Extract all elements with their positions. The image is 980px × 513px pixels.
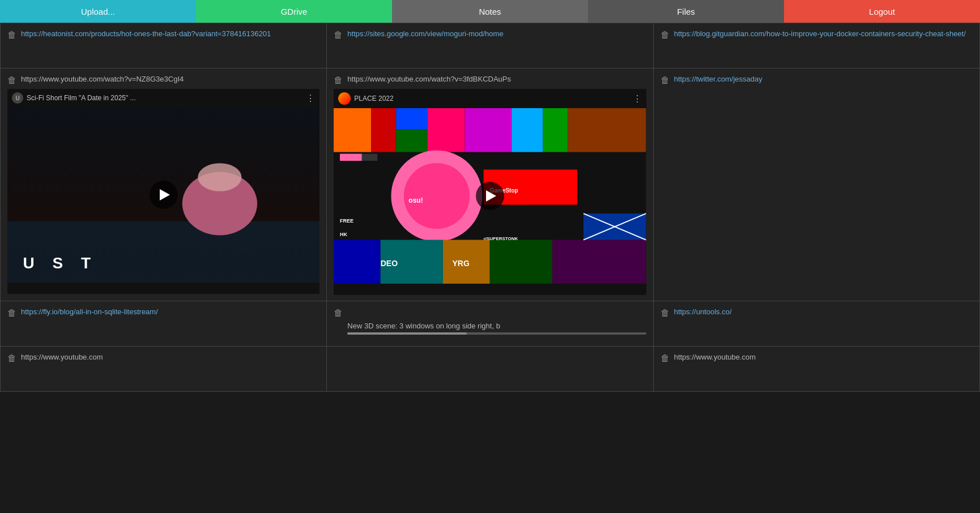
link-7[interactable]: https://fly.io/blog/all-in-on-sqlite-lit… <box>21 307 158 317</box>
cell-5-header: 🗑 https://www.youtube.com/watch?v=3fdBKC… <box>334 74 646 86</box>
cell-10-header: 🗑 https://www.youtube.com <box>7 352 319 364</box>
svg-rect-7 <box>371 108 396 152</box>
url-text-12: https://www.youtube.com <box>674 352 756 362</box>
svg-text:FREE: FREE <box>340 218 353 224</box>
video-url-5: https://www.youtube.com/watch?v=3fdBKCDA… <box>347 74 511 84</box>
grid-cell-10: 🗑 https://www.youtube.com <box>1 347 327 392</box>
upload-button[interactable]: Upload... <box>0 0 196 23</box>
svg-rect-6 <box>334 108 371 152</box>
video-title-scifi: Sci-Fi Short Film "A Date in 2025" ... <box>27 94 136 102</box>
grid-cell-5: 🗑 https://www.youtube.com/watch?v=3fdBKC… <box>327 69 653 301</box>
delete-icon-7[interactable]: 🗑 <box>7 308 16 318</box>
svg-point-3 <box>198 163 241 191</box>
grid-cell-3: 🗑 https://blog.gitguardian.com/how-to-im… <box>654 23 980 69</box>
svg-rect-10 <box>428 108 465 152</box>
grid-cell-7: 🗑 https://fly.io/blog/all-in-on-sqlite-l… <box>1 301 327 347</box>
video-url-4: https://www.youtube.com/watch?v=NZ8G3e3C… <box>21 74 184 84</box>
cell-8-header: 🗑 <box>334 307 646 318</box>
svg-rect-23 <box>490 240 552 284</box>
grid-cell-11 <box>327 347 653 392</box>
svg-text:U S T: U S T <box>23 254 98 272</box>
channel-icon-place <box>338 92 351 105</box>
play-triangle-place <box>486 190 496 202</box>
cell-12-header: 🗑 https://www.youtube.com <box>661 352 973 364</box>
svg-text:osu!: osu! <box>409 196 423 204</box>
delete-icon-1[interactable]: 🗑 <box>7 30 16 40</box>
channel-icon-scifi: U <box>12 92 23 104</box>
cell-6-header: 🗑 https://twitter.com/jessaday <box>661 74 973 86</box>
video-bottom-bar-place <box>334 284 646 295</box>
link-2[interactable]: https://sites.google.com/view/moguri-mod… <box>347 29 503 39</box>
progress-bar-8 <box>347 332 646 335</box>
video-title-place: PLACE 2022 <box>354 95 393 102</box>
grid-cell-2: 🗑 https://sites.google.com/view/moguri-m… <box>327 23 653 69</box>
svg-rect-34 <box>340 154 362 161</box>
video-embed-place: PLACE 2022 ⋮ <box>334 89 646 295</box>
svg-rect-11 <box>465 108 512 152</box>
video-bottom-bar-scifi <box>7 283 319 294</box>
video-embed-scifi: U Sci-Fi Short Film "A Date in 2025" ...… <box>7 89 319 294</box>
url-text-10: https://www.youtube.com <box>21 352 103 362</box>
video-title-area-scifi: U Sci-Fi Short Film "A Date in 2025" ... <box>12 92 136 104</box>
cell-7-header: 🗑 https://fly.io/blog/all-in-on-sqlite-l… <box>7 307 319 318</box>
svg-rect-9 <box>397 129 428 152</box>
link-9[interactable]: https://untools.co/ <box>674 307 732 317</box>
files-button[interactable]: Files <box>588 0 784 23</box>
video-options-scifi[interactable]: ⋮ <box>306 93 315 104</box>
video-header-scifi: U Sci-Fi Short Film "A Date in 2025" ...… <box>7 89 319 107</box>
notes-button[interactable]: Notes <box>392 0 588 23</box>
progress-bar-container-8 <box>334 332 646 335</box>
video-options-place[interactable]: ⋮ <box>633 93 642 104</box>
play-button-place[interactable] <box>476 182 504 210</box>
delete-icon-9[interactable]: 🗑 <box>661 308 670 318</box>
svg-text:DEO: DEO <box>381 259 398 268</box>
progress-bar-fill-8 <box>347 332 467 335</box>
delete-icon-2[interactable]: 🗑 <box>334 30 343 40</box>
svg-rect-14 <box>568 108 646 152</box>
svg-rect-1 <box>7 221 319 283</box>
cell-1-header: 🗑 https://heatonist.com/products/hot-one… <box>7 29 319 40</box>
delete-icon-6[interactable]: 🗑 <box>661 75 670 86</box>
delete-icon-12[interactable]: 🗑 <box>661 353 670 364</box>
svg-rect-13 <box>543 108 568 152</box>
delete-icon-5[interactable]: 🗑 <box>334 75 343 86</box>
cell-9-header: 🗑 https://untools.co/ <box>661 307 973 318</box>
svg-text:HK: HK <box>340 232 347 237</box>
link-6[interactable]: https://twitter.com/jessaday <box>674 74 762 84</box>
logout-button[interactable]: Logout <box>784 0 980 23</box>
delete-icon-3[interactable]: 🗑 <box>661 30 670 40</box>
grid-cell-9: 🗑 https://untools.co/ <box>654 301 980 347</box>
svg-rect-12 <box>512 108 543 152</box>
grid-cell-8: 🗑 New 3D scene: 3 windows on long side r… <box>327 301 653 347</box>
svg-rect-8 <box>397 108 428 129</box>
video-thumbnail-scifi[interactable]: U S T <box>7 107 319 283</box>
cell-4-header: 🗑 https://www.youtube.com/watch?v=NZ8G3e… <box>7 74 319 86</box>
video-title-area-place: PLACE 2022 <box>338 92 393 105</box>
play-button-scifi[interactable] <box>150 181 178 209</box>
cell-2-header: 🗑 https://sites.google.com/view/moguri-m… <box>334 29 646 40</box>
svg-rect-24 <box>552 240 646 284</box>
svg-rect-20 <box>334 240 381 284</box>
link-1[interactable]: https://heatonist.com/products/hot-ones-… <box>21 29 271 39</box>
note-text-8: New 3D scene: 3 windows on long side rig… <box>334 322 646 330</box>
video-thumbnail-place[interactable]: osu! GameStop FREE HK r/SUPERSTONK <box>334 108 646 284</box>
delete-icon-4[interactable]: 🗑 <box>7 75 16 86</box>
cell-3-header: 🗑 https://blog.gitguardian.com/how-to-im… <box>661 29 973 40</box>
gdrive-button[interactable]: GDrive <box>196 0 392 23</box>
delete-icon-8[interactable]: 🗑 <box>334 308 343 318</box>
link-3[interactable]: https://blog.gitguardian.com/how-to-impr… <box>674 29 966 39</box>
svg-text:r/SUPERSTONK: r/SUPERSTONK <box>484 236 518 241</box>
video-header-place: PLACE 2022 ⋮ <box>334 89 646 108</box>
grid-cell-4: 🗑 https://www.youtube.com/watch?v=NZ8G3e… <box>1 69 327 301</box>
delete-icon-10[interactable]: 🗑 <box>7 353 16 364</box>
grid-cell-6: 🗑 https://twitter.com/jessaday <box>654 69 980 301</box>
grid-cell-1: 🗑 https://heatonist.com/products/hot-one… <box>1 23 327 69</box>
grid-cell-12: 🗑 https://www.youtube.com <box>654 347 980 392</box>
links-grid: 🗑 https://heatonist.com/products/hot-one… <box>0 23 980 392</box>
svg-text:YRG: YRG <box>453 259 470 268</box>
top-navigation: Upload... GDrive Notes Files Logout <box>0 0 980 23</box>
svg-point-16 <box>404 163 470 229</box>
play-triangle-scifi <box>160 189 170 200</box>
